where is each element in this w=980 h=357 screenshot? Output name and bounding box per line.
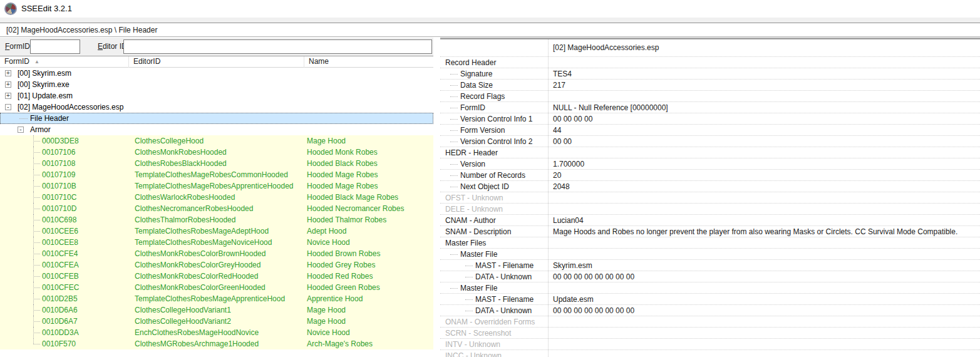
detail-field-label: FormID	[440, 102, 547, 113]
tree-item-plugin[interactable]: +[01] Update.esm	[0, 90, 433, 101]
detail-row[interactable]: FormIDNULL - Null Reference [00000000]	[440, 102, 980, 113]
record-editorid: ClothesMonkRobesColorGreyHooded	[135, 259, 260, 271]
record-name: Hooded Black Mage Robes	[307, 192, 398, 203]
formid-filter-input[interactable]	[30, 39, 80, 54]
detail-row[interactable]: HEDR - Header	[440, 147, 980, 158]
tree-connector	[33, 220, 40, 220]
expand-icon[interactable]: +	[5, 93, 11, 99]
expand-icon[interactable]: +	[5, 70, 11, 76]
detail-field-label: Number of Records	[440, 170, 547, 181]
detail-row[interactable]: Next Object ID2048	[440, 181, 980, 192]
collapse-icon[interactable]: -	[5, 104, 11, 110]
record-formid: 0010D6A7	[42, 316, 78, 327]
detail-row[interactable]: MAST - FilenameSkyrim.esm	[440, 260, 980, 271]
collapse-icon[interactable]: -	[18, 127, 24, 133]
detail-field-label: SCRN - Screenshot	[440, 328, 547, 339]
record-name: Apprentice Hood	[307, 293, 363, 304]
tree-item-armor-group-label: Armor	[30, 125, 51, 134]
detail-row[interactable]: Form Version44	[440, 125, 980, 136]
column-header-editorid[interactable]: EditorID	[128, 56, 304, 68]
tree-item-armor-record[interactable]: 0010D6A7ClothesCollegeHoodVariant2Mage H…	[0, 316, 433, 327]
tree-item-armor-record[interactable]: 0010D6A6ClothesCollegeHoodVariant1Mage H…	[0, 304, 433, 316]
tree-item-plugin[interactable]: +[00] Skyrim.esm	[0, 68, 433, 79]
tree-item-armor-record[interactable]: 0010710DClothesNecromancerRobesHoodedHoo…	[0, 203, 433, 214]
detail-row[interactable]: Version Control Info 100 00 00 00	[440, 113, 980, 125]
record-editorid: EnchClothesRobesMageHoodNovice	[135, 327, 259, 338]
detail-row[interactable]: Number of Records20	[440, 170, 980, 181]
detail-row[interactable]: DATA - Unknown00 00 00 00 00 00 00 00	[440, 271, 980, 282]
detail-row[interactable]: SignatureTES4	[440, 68, 980, 80]
tree-item-armor-record[interactable]: 0010CEE8TemplateClothesRobesMageNoviceHo…	[0, 237, 433, 248]
detail-row[interactable]: Version Control Info 200 00	[440, 136, 980, 147]
tree-item-armor-record[interactable]: 0010CFECClothesMonkRobesColorGreenHooded…	[0, 282, 433, 293]
detail-row[interactable]: SNAM - DescriptionMage Hoods and Robes n…	[440, 226, 980, 237]
expand-icon[interactable]: +	[5, 81, 11, 88]
record-formid: 0010C698	[42, 214, 76, 225]
detail-field-label: Signature	[440, 68, 547, 80]
plugin-tree: FormID▲ EditorID Name +[00] Skyrim.esm+[…	[0, 56, 433, 357]
tree-item-armor-record[interactable]: 00107108ClothesRobesBlackHoodedHooded Bl…	[0, 158, 433, 169]
column-header-name-label: Name	[309, 57, 329, 66]
record-name: Hooded Mage Robes	[307, 180, 378, 192]
column-header-name[interactable]: Name	[304, 56, 433, 68]
record-formid: 0010DD3A	[42, 327, 79, 338]
tree-connector	[33, 186, 40, 187]
detail-row[interactable]: Record Header	[440, 57, 980, 68]
record-name: Hooded Red Robes	[307, 271, 373, 282]
tree-connector	[33, 344, 40, 344]
detail-field-label: Master File	[440, 282, 547, 294]
detail-row[interactable]: OFST - Unknown	[440, 192, 980, 204]
detail-row[interactable]: INCC - Unknown	[440, 350, 980, 357]
record-formid: 0010CEE6	[42, 225, 78, 237]
record-editorid: ClothesCollegeHood	[135, 135, 204, 147]
tree-item-armor-record[interactable]: 0010CEE6TemplateClothesRobesMageAdeptHoo…	[0, 225, 433, 237]
tree-item-armor-record[interactable]: 0010CFEBClothesMonkRobesColorRedHoodedHo…	[0, 271, 433, 282]
record-name: Novice Hood	[307, 237, 350, 248]
record-name: Arch-Mage's Robes	[307, 338, 373, 349]
detail-row[interactable]: Master Files	[440, 237, 980, 249]
tree-item-armor-record[interactable]: 0010710CClothesWarlockRobesHoodedHooded …	[0, 192, 433, 203]
record-name: Hooded Monk Robes	[307, 147, 378, 158]
detail-field-value: 00 00 00 00 00 00 00 00	[553, 271, 979, 282]
tree-item-plugin[interactable]: -[02] MageHoodAccessories.esp	[0, 101, 433, 113]
detail-row[interactable]: MAST - FilenameUpdate.esm	[440, 294, 980, 305]
tree-item-file-header[interactable]: File Header	[0, 113, 433, 124]
tree-item-armor-record[interactable]: 0010D2B5TemplateClothesRobesMageApprenti…	[0, 293, 433, 304]
detail-row[interactable]: INTV - Unknown	[440, 339, 980, 350]
detail-row[interactable]: CNAM - AuthorLucian04	[440, 215, 980, 226]
detail-row[interactable]: SCRN - Screenshot	[440, 328, 980, 339]
formid-filter-label: FormID	[5, 42, 30, 51]
record-editorid: ClothesMonkRobesColorRedHooded	[135, 271, 258, 282]
detail-row[interactable]: Version1.700000	[440, 158, 980, 170]
detail-row[interactable]: Master File	[440, 282, 980, 294]
tree-item-armor-record[interactable]: 00107106ClothesMonkRobesHoodedHooded Mon…	[0, 147, 433, 158]
tree-item-armor-record[interactable]: 0010710BTemplateClothesMageRobesApprenti…	[0, 180, 433, 192]
column-header-formid[interactable]: FormID▲	[0, 56, 128, 68]
detail-row[interactable]: Record Flags	[440, 91, 980, 102]
tree-item-armor-record[interactable]: 000D3DE8ClothesCollegeHoodMage Hood	[0, 135, 433, 147]
tree-item-armor-record[interactable]: 0010C698ClothesThalmorRobesHoodedHooded …	[0, 214, 433, 225]
editor-id-filter-input[interactable]	[123, 39, 432, 54]
tree-item-armor-record[interactable]: 0010CFE4ClothesMonkRobesColorBrownHooded…	[0, 248, 433, 259]
tree-connector	[33, 141, 40, 142]
tree-item-armor-group[interactable]: -Armor	[0, 124, 433, 135]
detail-row[interactable]: Data Size217	[440, 80, 980, 91]
tree-item-armor-record[interactable]: 0010DD3AEnchClothesRobesMageHoodNoviceNo…	[0, 327, 433, 338]
tree-item-plugin[interactable]: +[00] Skyrim.exe	[0, 79, 433, 90]
tree-item-armor-record[interactable]: 0010F570ClothesMGRobesArchmage1HoodedArc…	[0, 338, 433, 349]
detail-field-value: Update.esm	[553, 294, 979, 305]
detail-row[interactable]: ONAM - Overridden Forms	[440, 316, 980, 328]
tree-connector	[33, 265, 40, 266]
tree-connector	[33, 163, 40, 164]
filter-bar: FormID Editor ID	[0, 38, 433, 56]
record-name: Mage Hood	[307, 135, 346, 147]
detail-field-label: MAST - Filename	[440, 260, 547, 271]
detail-row[interactable]: DELE - Unknown	[440, 204, 980, 215]
detail-row[interactable]: DATA - Unknown00 00 00 00 00 00 00 00	[440, 305, 980, 316]
detail-row[interactable]: Master File	[440, 249, 980, 260]
detail-field-value: 2048	[553, 181, 979, 192]
detail-field-label: Data Size	[440, 80, 547, 91]
record-formid: 0010F570	[42, 338, 76, 349]
tree-item-armor-record[interactable]: 0010CFEAClothesMonkRobesColorGreyHoodedH…	[0, 259, 433, 271]
tree-item-armor-record[interactable]: 00107109TemplateClothesMageRobesCommonHo…	[0, 169, 433, 180]
